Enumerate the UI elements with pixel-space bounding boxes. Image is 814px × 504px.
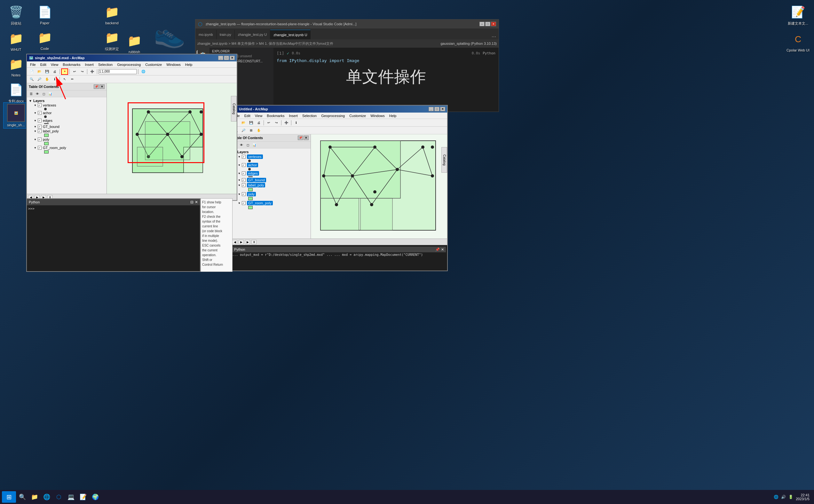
desktop-icon-patent[interactable]: 📄 专利.docx	[3, 81, 29, 105]
toc-vertexes[interactable]: ▼ ✓ vertexes	[33, 103, 105, 107]
arcmap2-menu-bookmarks[interactable]: Bookmarks	[265, 113, 286, 119]
catalog-tab1[interactable]: Catalog	[231, 96, 237, 122]
a2-tb-open[interactable]: 📂	[240, 120, 247, 126]
arcmap2-restore-button[interactable]: □	[434, 107, 439, 111]
toolbar-open-btn[interactable]: 📂	[36, 68, 43, 75]
taskbar-edge[interactable]: 🌐	[41, 491, 52, 503]
a2-tb-add[interactable]: ➕	[283, 120, 290, 126]
taskbar-search[interactable]: 🔍	[17, 491, 28, 503]
toc-achor[interactable]: ▼ ✓ achor	[33, 111, 105, 115]
catalog-tab2[interactable]: Catalog	[441, 147, 447, 173]
vscode-tab-train[interactable]: train.py	[217, 30, 235, 39]
toc2-poly[interactable]: ▼ ✓ poly	[237, 192, 309, 197]
toc2-edges[interactable]: ▼ ✓ edges	[237, 171, 309, 176]
toolbar-identify-btn[interactable]: ℹ	[51, 76, 58, 83]
desktop-icon-zongteping[interactable]: 📁 综测评定	[99, 29, 125, 53]
check2-gt-bound[interactable]: ✓	[242, 178, 246, 182]
arcmap1-menu-insert[interactable]: Insert	[83, 61, 96, 67]
toc-poly[interactable]: ▼ ✓ poly	[33, 137, 105, 142]
check-poly[interactable]: ✓	[38, 138, 42, 141]
toc-gt-bound[interactable]: ▼ ✓ GT_bound	[33, 124, 105, 129]
check2-vertexes[interactable]: ✓	[242, 155, 246, 159]
toc-source-btn[interactable]: 📊	[47, 91, 53, 96]
desktop-icon-whut[interactable]: 📁 WHUT	[3, 30, 29, 53]
desktop-icon-huishou[interactable]: 🗑️ 回收站	[3, 3, 29, 27]
toc2-vertexes[interactable]: ▼ ✓ vertexes	[237, 154, 309, 159]
toc-list-view-btn[interactable]: ☰	[28, 91, 34, 96]
arcmap2-menu-geoprocessing[interactable]: Geoprocessing	[319, 113, 347, 119]
vscode-tab-zhangjie-py[interactable]: zhangjie_test.py U	[235, 30, 271, 39]
taskbar-volume-icon[interactable]: 🔊	[781, 495, 786, 499]
toolbar-print-btn[interactable]: 🖨	[51, 68, 58, 75]
arcmap2-menu-help[interactable]: Help	[387, 113, 399, 119]
toc2-pin-btn[interactable]: 📌	[298, 136, 303, 140]
python2-close-icon[interactable]: ✕	[441, 248, 444, 252]
desktop-icon-paper[interactable]: 📄 Paper	[32, 3, 58, 26]
taskbar-fileexplorer[interactable]: 📁	[29, 491, 40, 503]
map2-play-btn[interactable]: ▶	[245, 240, 250, 244]
a2-tb-undo[interactable]: ↩	[265, 120, 272, 126]
check-gt-bound[interactable]: ✓	[38, 125, 42, 129]
desktop-icon-code[interactable]: 📁 Code	[32, 29, 58, 52]
toolbar-select-btn[interactable]: ↖	[61, 76, 68, 83]
toolbar-undo-btn[interactable]: ↩	[71, 68, 78, 75]
toc-pin-btn[interactable]: 📌	[94, 84, 99, 89]
toolbar-zoom-out-btn[interactable]: 🔎	[36, 76, 43, 83]
desktop-icon-cpolar[interactable]: C Cpolar Web UI	[785, 30, 811, 53]
vscode-maximize-button[interactable]: □	[485, 22, 490, 26]
toolbar-pan-btn[interactable]: ✋	[43, 76, 51, 83]
toc2-layers-root[interactable]: ▼ Layers	[232, 150, 309, 154]
check2-gt-room-poly[interactable]: ✓	[242, 201, 246, 205]
toc-edges[interactable]: ▼ ✓ edges	[33, 118, 105, 123]
toc-label-poly[interactable]: ▼ ✓ label_poly	[33, 129, 105, 133]
a2-tb-info[interactable]: ℹ	[293, 120, 300, 126]
toolbar-edit-btn[interactable]: ✏	[69, 76, 76, 83]
arcmap2-minimize-button[interactable]: _	[429, 107, 434, 111]
arcmap2-menu-insert[interactable]: Insert	[287, 113, 300, 119]
a2-tb-pan[interactable]: ✋	[255, 127, 262, 134]
arcmap1-menu-windows[interactable]: Windows	[164, 61, 183, 67]
arcmap1-menu-bookmarks[interactable]: Bookmarks	[61, 61, 82, 67]
check2-label-poly[interactable]: ✓	[242, 183, 246, 187]
arcmap1-minimize-button[interactable]: _	[218, 56, 223, 60]
map2-next-btn[interactable]: ▶	[239, 240, 244, 244]
arcmap2-menu-selection[interactable]: Selection	[300, 113, 319, 119]
toc2-gt-bound[interactable]: ▼ ✓ GT_bound	[237, 177, 309, 183]
taskbar-network-icon[interactable]: 🌐	[774, 495, 778, 499]
check-vertexes[interactable]: ✓	[38, 103, 42, 107]
toc2-achor[interactable]: ▼ ✓ achor	[237, 162, 309, 168]
a2-tb-redo[interactable]: ↪	[273, 120, 280, 126]
check2-achor[interactable]: ✓	[242, 163, 246, 167]
arcmap1-map-area[interactable]: Catalog	[107, 83, 237, 194]
desktop-icon-notes[interactable]: 📁 Notes	[3, 55, 29, 78]
check-edges[interactable]: ✓	[38, 119, 42, 122]
arcmap1-close-button[interactable]: ✕	[230, 56, 235, 60]
arcmap1-restore-button[interactable]: □	[224, 56, 229, 60]
taskbar-browser2[interactable]: 🌍	[90, 491, 101, 503]
toolbar-save-btn[interactable]: 💾	[43, 68, 51, 75]
arcmap2-menu-edit[interactable]: Edit	[242, 113, 252, 119]
taskbar-terminal[interactable]: 💻	[65, 491, 77, 503]
arcmap1-menu-geoprocessing[interactable]: Geoprocessing	[115, 61, 143, 67]
toc2-src-btn[interactable]: 📊	[251, 142, 257, 147]
vscode-more-tabs-icon[interactable]: ⋯	[489, 34, 499, 39]
taskbar-notepad[interactable]: 📝	[77, 491, 89, 503]
python1-close-icon[interactable]: ✕	[195, 200, 198, 204]
check-label-poly[interactable]: ✓	[38, 129, 42, 133]
check-achor[interactable]: ✓	[38, 111, 42, 115]
toolbar-zoom-in-btn[interactable]: 🔍	[28, 76, 35, 83]
toc2-eye-btn[interactable]: 👁	[239, 142, 244, 147]
toc2-label-poly[interactable]: ▼ ✓ label_poly	[237, 183, 309, 188]
taskbar-battery-icon[interactable]: 🔋	[788, 495, 793, 499]
toolbar-globe-btn[interactable]: 🌐	[140, 68, 147, 75]
arcmap1-menu-help[interactable]: Help	[183, 61, 194, 67]
taskbar-vscode[interactable]: ⬡	[53, 491, 65, 503]
check-gt-room-poly[interactable]: ✓	[38, 146, 42, 150]
check2-poly[interactable]: ✓	[242, 192, 246, 196]
vscode-close-button[interactable]: ✕	[491, 22, 496, 26]
desktop-icon-single-sh[interactable]: 🖼️ single_sh...	[3, 102, 29, 129]
toc2-close-btn[interactable]: ✕	[304, 136, 309, 140]
map2-prev-btn[interactable]: ◀	[232, 240, 237, 244]
toolbar-redo-btn[interactable]: ↪	[79, 68, 86, 75]
a2-tb-full[interactable]: ⊞	[248, 127, 255, 134]
